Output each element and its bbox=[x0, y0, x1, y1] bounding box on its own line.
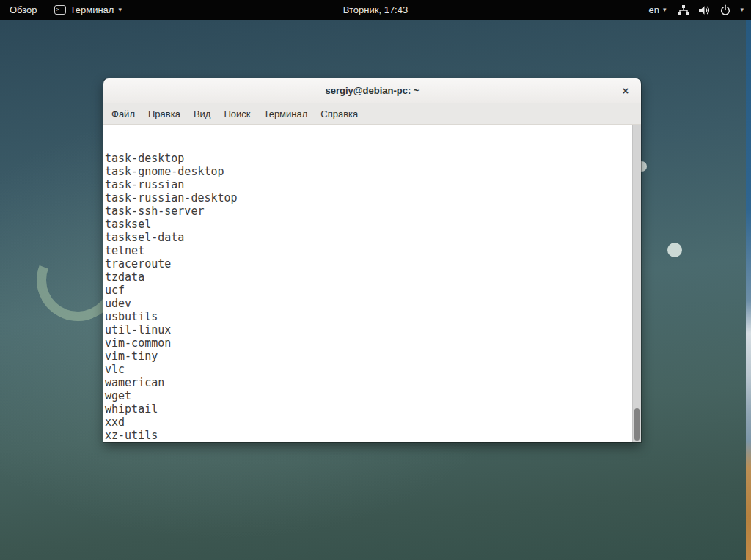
app-menu-label: Терминал bbox=[70, 4, 114, 15]
menu-file[interactable]: Файл bbox=[105, 103, 142, 124]
menu-help[interactable]: Справка bbox=[314, 103, 364, 124]
scrollbar-thumb[interactable] bbox=[634, 408, 640, 441]
system-menu-button[interactable]: ▾ bbox=[678, 4, 744, 16]
terminal-output[interactable]: task-desktoptask-gnome-desktoptask-russi… bbox=[103, 125, 632, 442]
terminal-line: traceroute bbox=[105, 257, 632, 270]
volume-icon bbox=[698, 4, 711, 16]
terminal-line: task-russian bbox=[105, 178, 632, 191]
terminal-lines: task-desktoptask-gnome-desktoptask-russi… bbox=[105, 152, 632, 442]
terminal-line: ucf bbox=[105, 284, 632, 297]
menu-search[interactable]: Поиск bbox=[217, 103, 257, 124]
terminal-line: task-russian-desktop bbox=[105, 191, 632, 205]
network-icon bbox=[678, 4, 689, 16]
terminal-line: wget bbox=[105, 389, 632, 402]
terminal-line: util-linux bbox=[105, 323, 632, 336]
desktop: Обзор >_ Терминал ▾ Вторник, 17:43 en ▾ bbox=[0, 0, 751, 560]
chevron-down-icon: ▾ bbox=[740, 7, 744, 13]
chevron-down-icon: ▾ bbox=[118, 7, 122, 13]
wallpaper-dot bbox=[667, 243, 682, 257]
menu-edit[interactable]: Правка bbox=[142, 103, 187, 124]
terminal-line: telnet bbox=[105, 244, 632, 257]
clock-button[interactable]: Вторник, 17:43 bbox=[343, 0, 408, 20]
chevron-down-icon: ▾ bbox=[663, 7, 667, 13]
close-button[interactable]: × bbox=[618, 84, 633, 98]
terminal-line: xxd bbox=[105, 416, 632, 429]
terminal-line: wamerican bbox=[105, 376, 632, 389]
power-icon bbox=[719, 4, 731, 16]
app-menu-button[interactable]: >_ Терминал ▾ bbox=[47, 0, 129, 20]
menu-terminal[interactable]: Терминал bbox=[257, 103, 314, 124]
top-bar: Обзор >_ Терминал ▾ Вторник, 17:43 en ▾ bbox=[0, 0, 751, 20]
top-bar-right: en ▾ bbox=[648, 0, 751, 20]
wallpaper-edge-strip bbox=[746, 20, 751, 560]
clock-label: Вторник, 17:43 bbox=[343, 4, 408, 15]
terminal-line: task-ssh-server bbox=[105, 205, 632, 218]
scrollbar[interactable] bbox=[632, 125, 641, 442]
terminal-line: vlc bbox=[105, 363, 632, 376]
terminal-line: task-gnome-desktop bbox=[105, 165, 632, 178]
terminal-line: vim-tiny bbox=[105, 350, 632, 363]
terminal-line: xz-utils bbox=[105, 429, 632, 442]
terminal-line: tasksel-data bbox=[105, 231, 632, 244]
window-title: sergiy@debian-pc: ~ bbox=[326, 85, 420, 96]
terminal-icon: >_ bbox=[54, 5, 66, 15]
terminal-line: udev bbox=[105, 297, 632, 310]
terminal-line: tzdata bbox=[105, 270, 632, 284]
terminal-line: usbutils bbox=[105, 310, 632, 323]
terminal-line: vim-common bbox=[105, 336, 632, 350]
terminal-line: tasksel bbox=[105, 218, 632, 231]
activities-button[interactable]: Обзор bbox=[0, 0, 47, 20]
terminal-line: whiptail bbox=[105, 402, 632, 416]
menu-view[interactable]: Вид bbox=[187, 103, 218, 124]
terminal-area: task-desktoptask-gnome-desktoptask-russi… bbox=[103, 125, 641, 442]
menu-bar: Файл Правка Вид Поиск Терминал Справка bbox=[103, 103, 641, 125]
activities-label: Обзор bbox=[10, 4, 37, 15]
terminal-line: task-desktop bbox=[105, 152, 632, 165]
window-titlebar[interactable]: sergiy@debian-pc: ~ × bbox=[103, 78, 641, 103]
terminal-window: sergiy@debian-pc: ~ × Файл Правка Вид По… bbox=[103, 78, 641, 442]
keyboard-layout-button[interactable]: en ▾ bbox=[648, 4, 666, 15]
keyboard-layout-label: en bbox=[648, 4, 659, 15]
